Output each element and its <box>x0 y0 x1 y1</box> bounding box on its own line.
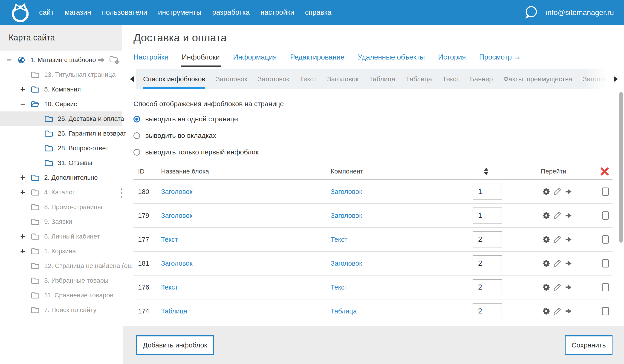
top-menu-item-6[interactable]: настройки <box>260 8 294 17</box>
infoblock-tab[interactable]: Заголовок <box>327 69 359 89</box>
sitemap-tree-item[interactable]: 31. Отзывы <box>0 156 122 170</box>
sitemap-tree-item[interactable]: 7. Поиск по сайту <box>0 303 122 317</box>
scroll-right-icon[interactable] <box>612 69 620 89</box>
sitemap-tree-item[interactable]: 12. Страница не найдена (ош <box>0 258 122 273</box>
scroll-left-icon[interactable] <box>128 69 136 89</box>
gear-icon[interactable] <box>542 307 550 315</box>
sitemap-tree-item[interactable]: 28. Вопрос-ответ <box>0 141 122 156</box>
order-input[interactable] <box>473 279 502 295</box>
expand-icon[interactable]: + <box>20 85 31 93</box>
top-menu-item-4[interactable]: инструменты <box>158 8 201 17</box>
order-input[interactable] <box>473 184 502 200</box>
gear-icon[interactable] <box>542 211 550 220</box>
sitemap-tree-item[interactable]: 26. Гарантия и возврат <box>0 126 122 141</box>
row-checkbox[interactable] <box>602 307 609 315</box>
expand-icon[interactable]: + <box>20 232 31 241</box>
arrow-right-icon[interactable] <box>565 188 572 195</box>
block-name-link[interactable]: Текст <box>161 284 178 291</box>
top-menu-item-3[interactable]: пользователи <box>102 8 147 17</box>
sitemap-tree-item[interactable]: + 2. Дополнительно <box>0 170 122 185</box>
expand-icon[interactable]: + <box>20 188 31 197</box>
order-input[interactable] <box>473 231 502 248</box>
infoblock-tab[interactable]: Заголовок <box>258 69 289 89</box>
page-tab[interactable]: Настройки <box>133 53 168 67</box>
page-tab[interactable]: Информация <box>233 53 277 67</box>
component-link[interactable]: Текст <box>331 284 347 291</box>
order-input[interactable] <box>473 255 502 271</box>
page-tab[interactable]: История <box>438 53 466 67</box>
sitemap-tree-item[interactable]: − 1. Магазин с шаблоно <box>0 53 122 67</box>
infoblock-tab[interactable]: Таблица <box>406 69 432 89</box>
infoblock-tab[interactable]: Текст <box>300 69 317 89</box>
radio-icon[interactable] <box>133 149 140 156</box>
radio-selected-icon[interactable] <box>133 116 140 122</box>
gear-icon[interactable] <box>542 283 550 291</box>
component-link[interactable]: Таблица <box>331 307 357 315</box>
sitemap-tree-item[interactable]: + 4. Каталог <box>0 185 122 200</box>
display-mode-option[interactable]: выводить на одной странице <box>133 114 624 124</box>
sitemap-tree-item[interactable]: 8. Промо-страницы <box>0 200 122 214</box>
sort-updown-icon[interactable] <box>484 167 489 175</box>
display-mode-option[interactable]: выводить во вкладках <box>133 130 624 141</box>
infoblock-tab[interactable]: Список инфоблоков <box>143 69 205 89</box>
sitemap-tree-item[interactable]: 3. Избранные товары <box>0 273 122 288</box>
sitemap-tree-item[interactable]: − 10. Сервис <box>0 97 122 112</box>
arrow-right-icon[interactable] <box>565 236 572 243</box>
expand-icon[interactable]: + <box>20 247 31 255</box>
component-link[interactable]: Заголовок <box>331 188 362 196</box>
vertical-scrollbar-thumb[interactable] <box>619 92 623 243</box>
infoblock-tab[interactable]: Заголовок <box>216 69 247 89</box>
pencil-icon[interactable] <box>553 235 562 244</box>
arrow-right-icon[interactable] <box>565 308 572 314</box>
red-x-icon[interactable] <box>600 167 609 176</box>
sitemap-tree-item[interactable]: 11. Сравнение товаров <box>0 288 122 303</box>
page-tab[interactable]: Удаленные объекты <box>358 53 425 67</box>
pencil-icon[interactable] <box>553 283 562 292</box>
row-checkbox[interactable] <box>602 211 609 220</box>
save-button[interactable]: Сохранить <box>565 335 613 355</box>
arrow-right-icon[interactable] <box>565 284 572 291</box>
row-checkbox[interactable] <box>602 283 609 291</box>
page-tab[interactable]: Редактирование <box>290 53 344 67</box>
order-input[interactable] <box>473 303 502 319</box>
pencil-icon[interactable] <box>553 211 562 220</box>
pencil-icon[interactable] <box>553 187 562 196</box>
add-folder-icon[interactable] <box>109 56 120 64</box>
infoblock-tab[interactable]: Факты, преимущества <box>503 69 572 89</box>
sitemap-tree-item[interactable]: + 1. Корзина <box>0 244 122 258</box>
chat-bubble-icon[interactable] <box>523 5 538 19</box>
block-name-link[interactable]: Текст <box>161 236 178 243</box>
page-tab[interactable]: Просмотр → <box>479 53 521 67</box>
sitemap-tree-item[interactable]: 9. Заявки <box>0 214 122 229</box>
top-menu-item-1[interactable]: сайт <box>39 8 54 17</box>
component-link[interactable]: Заголовок <box>331 260 362 267</box>
pencil-icon[interactable] <box>553 259 562 268</box>
component-link[interactable]: Заголовок <box>331 212 362 219</box>
sitemap-tree-item[interactable]: + 5. Компания <box>0 82 122 97</box>
arrow-right-icon[interactable] <box>565 212 572 219</box>
infoblock-tab[interactable]: Баннер <box>470 69 493 89</box>
gear-icon[interactable] <box>542 235 550 244</box>
block-name-link[interactable]: Таблица <box>161 307 187 315</box>
page-tab[interactable]: Инфоблоки <box>182 53 220 67</box>
block-name-link[interactable]: Заголовок <box>161 212 192 219</box>
display-mode-option[interactable]: выводить только первый инфоблок <box>133 147 624 158</box>
top-menu-item-7[interactable]: справка <box>305 8 332 17</box>
collapse-icon[interactable]: − <box>6 56 17 64</box>
gear-icon[interactable] <box>542 187 550 196</box>
sitemap-tree-item[interactable]: 13. Титульная страница <box>0 67 122 82</box>
collapse-icon[interactable]: − <box>20 100 31 108</box>
go-to-page-icon[interactable] <box>98 57 106 63</box>
row-checkbox[interactable] <box>602 259 609 268</box>
top-menu-item-2[interactable]: магазин <box>65 8 91 17</box>
radio-icon[interactable] <box>133 132 140 139</box>
support-email-link[interactable]: info@sitemanager.ru <box>546 8 614 17</box>
pencil-icon[interactable] <box>553 307 562 316</box>
block-name-link[interactable]: Заголовок <box>161 260 192 267</box>
infoblock-tab[interactable]: Таблица <box>369 69 395 89</box>
infoblock-tab[interactable]: Текст <box>443 69 460 89</box>
sitemap-tree-item[interactable]: + 6. Личный кабинет <box>0 229 122 244</box>
row-checkbox[interactable] <box>602 235 609 244</box>
sitemap-tree-item[interactable]: 25. Доставка и оплата <box>0 112 122 126</box>
infoblock-tab[interactable]: Заголовок <box>583 69 607 89</box>
